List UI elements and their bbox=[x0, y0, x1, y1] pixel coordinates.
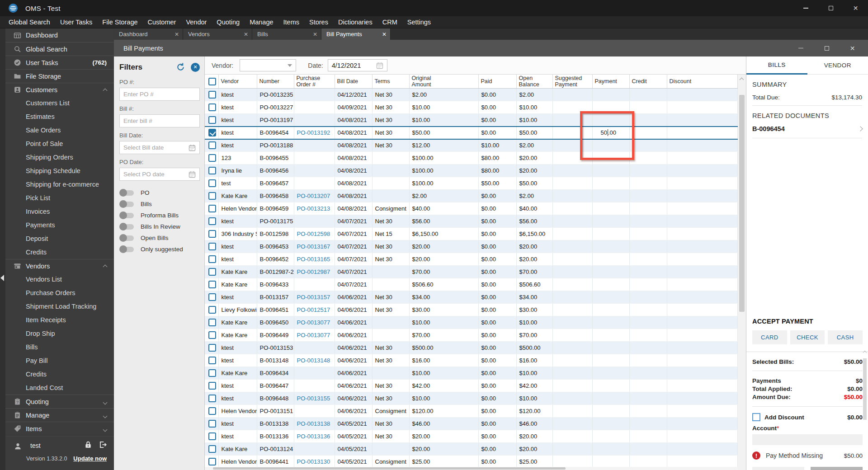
po-link[interactable]: PO-0012598 bbox=[297, 230, 330, 237]
table-row[interactable]: Iryna lieB-009645604/08/2021$100.00$80.0… bbox=[205, 164, 738, 177]
tab-close-icon[interactable]: ✕ bbox=[313, 31, 317, 38]
po-link[interactable]: PO-0013207 bbox=[297, 193, 330, 199]
panel-tab-vendor[interactable]: VENDOR bbox=[807, 56, 868, 75]
sidebar-item-credits[interactable]: Credits bbox=[5, 245, 114, 259]
sidebar-item-point-of-sale[interactable]: Point of Sale bbox=[5, 137, 114, 150]
account-input[interactable] bbox=[752, 434, 863, 445]
column-header-terms[interactable]: Terms bbox=[372, 75, 409, 89]
table-row[interactable]: Helen VendorPO-001315104/06/2021Consigme… bbox=[205, 405, 738, 418]
row-checkbox[interactable] bbox=[208, 445, 216, 453]
po-link[interactable]: PO-0013138 bbox=[297, 420, 330, 427]
row-checkbox[interactable] bbox=[208, 230, 216, 238]
po-link[interactable]: PO-0013157 bbox=[297, 294, 330, 301]
po-link[interactable]: PO-0013077 bbox=[297, 319, 330, 326]
column-header-credit[interactable]: Credit bbox=[629, 75, 667, 89]
column-header-suggested-payment[interactable]: Suggested Payment bbox=[552, 75, 592, 89]
table-row[interactable]: Kate KareB-0096449PO-001307704/06/2021$7… bbox=[205, 329, 738, 342]
row-checkbox[interactable] bbox=[208, 129, 216, 136]
sidebar-item-sale-orders[interactable]: Sale Orders bbox=[5, 123, 114, 137]
panel-tab-bills[interactable]: BILLS bbox=[746, 56, 807, 75]
sidebar-item-landed-cost[interactable]: Landed Cost bbox=[5, 381, 114, 395]
menu-item-crm[interactable]: CRM bbox=[377, 19, 402, 26]
sidebar-collapse-arrow-icon[interactable] bbox=[0, 275, 4, 281]
table-row[interactable]: ktestB-0013136PO-001313604/05/2021Net 30… bbox=[205, 430, 738, 443]
table-row[interactable]: Kate KareB-009643304/07/2021$506.60$0.00… bbox=[205, 278, 738, 291]
column-header-original-amount[interactable]: Original Amount bbox=[409, 75, 478, 89]
row-checkbox[interactable] bbox=[208, 407, 216, 415]
tab-dashboard[interactable]: Dashboard✕ bbox=[114, 28, 183, 40]
row-checkbox[interactable] bbox=[208, 420, 216, 428]
po-link[interactable]: PO-0013192 bbox=[297, 129, 330, 136]
row-checkbox[interactable] bbox=[208, 141, 216, 149]
panel-close-button[interactable]: ✕ bbox=[840, 46, 865, 51]
row-checkbox[interactable] bbox=[208, 331, 216, 339]
column-header-vendor[interactable]: Vendor bbox=[218, 75, 257, 89]
table-row[interactable]: Kate KarePO-001312404/05/2021$20.00$0.00… bbox=[205, 443, 738, 456]
date-input[interactable]: 4/12/2021 bbox=[328, 59, 387, 71]
toggle-po[interactable] bbox=[120, 190, 134, 196]
sidebar-item-shipping-orders[interactable]: Shipping Orders bbox=[5, 150, 114, 164]
sidebar-item-credits[interactable]: Credits bbox=[5, 367, 114, 381]
panel-scrollbar[interactable] bbox=[863, 350, 867, 470]
table-row[interactable]: ktestB-0096453PO-001316704/07/2021Net 30… bbox=[205, 240, 738, 253]
calendar-icon[interactable] bbox=[189, 144, 196, 151]
calendar-icon[interactable] bbox=[189, 171, 196, 178]
po-link[interactable]: PO-0013165 bbox=[297, 256, 330, 263]
sidebar-item-customers[interactable]: Customers bbox=[5, 83, 114, 96]
panel-restore-button[interactable] bbox=[814, 46, 840, 51]
table-row[interactable]: Kate KareB-0096450PO-001307704/06/2021$1… bbox=[205, 316, 738, 329]
table-row[interactable]: ktestPO-001318804/08/2021Net 30$12.00$10… bbox=[205, 139, 738, 152]
logout-icon[interactable] bbox=[99, 441, 107, 451]
tab-bills[interactable]: Bills✕ bbox=[252, 28, 321, 40]
row-checkbox[interactable] bbox=[208, 306, 216, 314]
table-row[interactable]: Lievy FolkowitchB-0096451PO-001251704/06… bbox=[205, 304, 738, 316]
sidebar-item-deposit[interactable]: Deposit bbox=[5, 232, 114, 245]
po-link[interactable]: PO-0013148 bbox=[297, 357, 330, 364]
row-checkbox[interactable] bbox=[208, 319, 216, 326]
table-row[interactable]: Kate KareB-0096458PO-001320704/08/2021$2… bbox=[205, 190, 738, 202]
po-link[interactable]: PO-0013077 bbox=[297, 332, 330, 338]
sidebar-item-vendors[interactable]: Vendors bbox=[5, 259, 114, 273]
menu-item-dictionaries[interactable]: Dictionaries bbox=[333, 19, 377, 26]
vertical-scroll-thumb[interactable] bbox=[739, 95, 745, 312]
sidebar-item-purchase-orders[interactable]: Purchase Orders bbox=[5, 286, 114, 300]
po-link[interactable]: PO-0013167 bbox=[297, 243, 330, 250]
column-header-payment[interactable]: Payment bbox=[592, 75, 629, 89]
minimize-button[interactable] bbox=[793, 0, 818, 16]
sidebar-item-pick-list[interactable]: Pick List bbox=[5, 191, 114, 205]
add-discount-checkbox[interactable] bbox=[752, 413, 760, 421]
restore-button[interactable] bbox=[818, 0, 843, 16]
menu-item-global-search[interactable]: Global Search bbox=[4, 19, 55, 26]
table-row[interactable]: testB-009645704/08/2021$100.00$50.00$50.… bbox=[205, 177, 738, 190]
select-all-checkbox[interactable] bbox=[208, 78, 216, 85]
save-button[interactable]: SAVE bbox=[811, 467, 863, 470]
table-row[interactable]: ktestB-0013138PO-001313804/05/2021Net 30… bbox=[205, 418, 738, 430]
row-checkbox[interactable] bbox=[208, 293, 216, 301]
sidebar-item-file-storage[interactable]: File Storage bbox=[5, 69, 114, 83]
scroll-up-icon[interactable] bbox=[863, 351, 867, 354]
column-header-bill-date[interactable]: Bill Date bbox=[335, 75, 372, 89]
table-row[interactable]: ktestPO-001317504/07/2021Net 30$56.00$0.… bbox=[205, 215, 738, 228]
lock-icon[interactable] bbox=[84, 441, 92, 451]
tab-close-icon[interactable]: ✕ bbox=[382, 31, 387, 38]
table-row[interactable]: ktestB-0096452PO-001316504/07/2021Net 30… bbox=[205, 253, 738, 266]
toggle-bills-in-review[interactable] bbox=[120, 224, 134, 230]
table-row[interactable]: Kate KareB-0012987-2PO-001298704/07/2021… bbox=[205, 266, 738, 278]
row-checkbox[interactable] bbox=[208, 281, 216, 288]
update-now-link[interactable]: Update now bbox=[73, 455, 107, 462]
table-row[interactable]: 123B-009645504/08/2021$100.00$80.00$20.0… bbox=[205, 152, 738, 164]
po-link[interactable]: PO-0013130 bbox=[297, 458, 330, 465]
menu-item-customer[interactable]: Customer bbox=[143, 19, 181, 26]
row-checkbox[interactable] bbox=[208, 243, 216, 250]
column-header-open-balance[interactable]: Open Balance bbox=[516, 75, 552, 89]
close-button[interactable]: ✕ bbox=[843, 0, 868, 16]
sidebar-item-pay-bill[interactable]: Pay Bill bbox=[5, 354, 114, 367]
panel-minimize-button[interactable] bbox=[788, 48, 814, 49]
po-link[interactable]: PO-0012987 bbox=[297, 268, 330, 275]
table-row[interactable]: ktestB-0096448PO-001315504/06/2021Net 30… bbox=[205, 392, 738, 405]
cash-button[interactable]: CASH bbox=[828, 330, 863, 344]
tab-close-icon[interactable]: ✕ bbox=[175, 31, 179, 38]
sidebar-item-payments[interactable]: Payments bbox=[5, 218, 114, 232]
row-checkbox[interactable] bbox=[208, 205, 216, 212]
sidebar-item-shipping-schedule[interactable]: Shipping Schedule bbox=[5, 164, 114, 178]
